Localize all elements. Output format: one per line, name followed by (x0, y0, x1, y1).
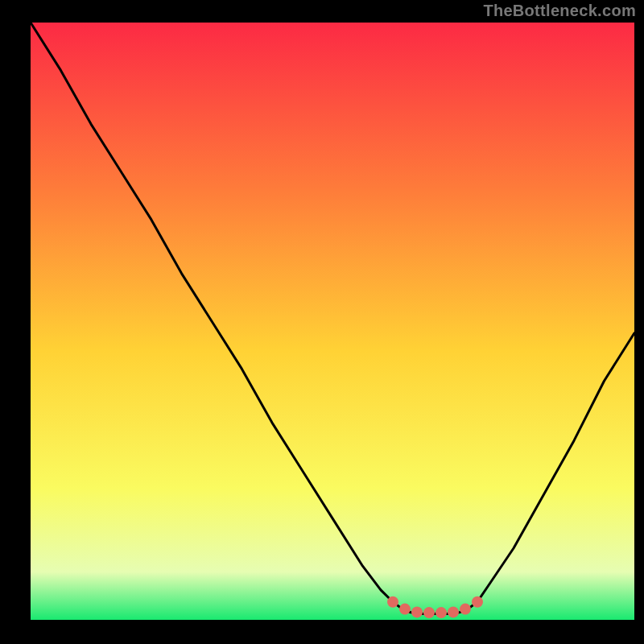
gradient-background (31, 23, 634, 620)
optimal-marker (472, 597, 483, 608)
optimal-marker (423, 607, 435, 618)
optimal-marker (411, 606, 423, 617)
optimal-marker (460, 604, 471, 615)
attribution-text: TheBottleneck.com (483, 2, 636, 20)
optimal-marker (436, 607, 447, 618)
chart-container: TheBottleneck.com (0, 0, 644, 644)
optimal-marker (399, 604, 411, 615)
bottleneck-curve-chart (0, 0, 644, 644)
optimal-marker (448, 606, 459, 617)
optimal-marker (387, 597, 398, 608)
